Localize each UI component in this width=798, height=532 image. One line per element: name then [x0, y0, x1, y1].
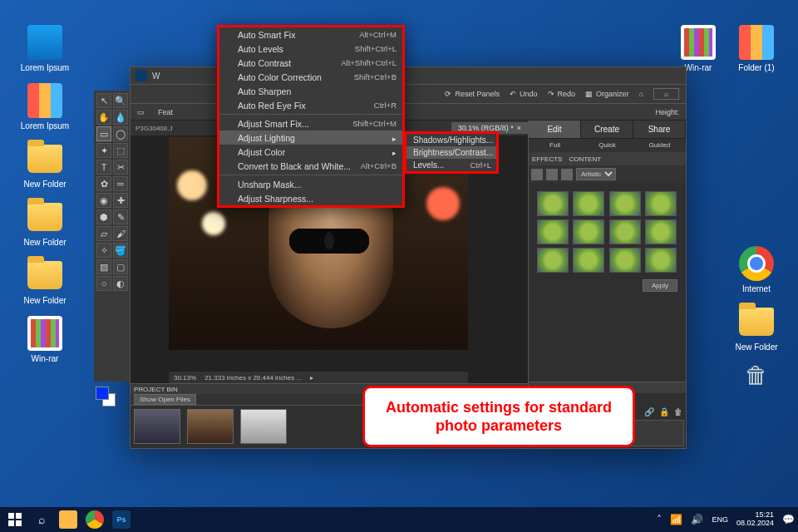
effect-thumbnail[interactable] [645, 219, 677, 244]
tab-create[interactable]: Create [581, 121, 633, 138]
menu-adjust-sharpness[interactable]: Adjust Sharpness... [219, 191, 402, 205]
notifications-icon[interactable]: 💬 [782, 514, 795, 525]
show-open-files-dropdown[interactable]: Show Open Files [134, 394, 196, 405]
organizer-button[interactable]: ▦Organizer [585, 90, 629, 98]
redeye-tool[interactable]: ◉ [96, 193, 111, 208]
desktop-icon-binders[interactable]: Folder (1) [732, 25, 781, 72]
submenu-shadows-highlights[interactable]: Shadows/Highlights... [406, 134, 496, 146]
effect-thumbnail[interactable] [609, 248, 641, 273]
menu-auto-sharpen[interactable]: Auto Sharpen [219, 84, 402, 98]
shape-tool[interactable]: ▢ [113, 259, 128, 274]
selection-tool[interactable]: ⬚ [113, 143, 128, 158]
type-tool[interactable]: T [96, 160, 111, 175]
info-arrow-icon[interactable]: ▸ [310, 374, 313, 382]
desktop-icon-folder[interactable]: New Folder [20, 258, 70, 305]
reset-panels-button[interactable]: ⟳Reset Panels [445, 90, 500, 98]
start-button[interactable] [3, 508, 27, 531]
bin-thumbnail[interactable] [240, 409, 287, 444]
eraser-tool[interactable]: ▱ [96, 226, 111, 241]
menu-auto-smart-fix[interactable]: Auto Smart FixAlt+Ctrl+M [219, 27, 402, 42]
gradient-tool[interactable]: ▨ [96, 259, 111, 274]
effect-thumbnail[interactable] [645, 191, 677, 216]
effect-thumbnail[interactable] [537, 248, 569, 273]
subtab-quick[interactable]: Quick [581, 139, 633, 152]
pencil-tool[interactable]: ✎ [113, 209, 128, 224]
wand-tool[interactable]: ✦ [96, 143, 111, 158]
bin-thumbnail[interactable] [187, 409, 234, 444]
foreground-color[interactable] [96, 387, 109, 400]
menu-adjust-smart-fix[interactable]: Adjust Smart Fix...Shift+Ctrl+M [219, 116, 402, 131]
menu-auto-color-correction[interactable]: Auto Color CorrectionShift+Ctrl+B [219, 70, 402, 84]
menu-adjust-lighting[interactable]: Adjust Lighting [219, 131, 402, 145]
tray-chevron-icon[interactable]: ˄ [657, 514, 662, 525]
undo-button[interactable]: ↶Undo [510, 90, 538, 98]
cookie-tool[interactable]: ✿ [96, 176, 111, 191]
desktop-icon-display[interactable]: Lorem Ipsum [20, 25, 70, 72]
tray-volume-icon[interactable]: 🔊 [691, 514, 703, 525]
hand-tool[interactable]: ✋ [96, 110, 111, 125]
effect-thumbnail[interactable] [645, 248, 677, 273]
desktop-icon-folder[interactable]: New Folder [20, 141, 70, 189]
bin-thumbnail[interactable] [134, 409, 180, 444]
heal-tool[interactable]: ✚ [113, 193, 128, 208]
menu-auto-levels[interactable]: Auto LevelsShift+Ctrl+L [219, 42, 402, 56]
fx-cat-button[interactable] [561, 169, 573, 180]
content-tab[interactable]: CONTENT [569, 155, 601, 163]
tab-edit[interactable]: Edit [529, 121, 581, 138]
apply-button[interactable]: Apply [643, 279, 677, 292]
effect-thumbnail[interactable] [537, 219, 569, 244]
zoom-tool[interactable]: 🔍 [113, 93, 128, 108]
eyedropper-tool[interactable]: 💧 [113, 110, 128, 125]
subtab-full[interactable]: Full [529, 139, 581, 152]
color-swatches[interactable] [96, 387, 116, 406]
brush-tool[interactable]: 🖌 [113, 226, 128, 241]
fill-tool[interactable]: 🪣 [113, 243, 128, 258]
desktop-icon-folder[interactable]: New Folder [20, 200, 70, 247]
effects-filter-select[interactable]: Artistic [576, 168, 616, 180]
desktop-icon-winrar[interactable]: Win-rar [20, 316, 70, 363]
tray-language[interactable]: ENG [712, 515, 728, 524]
fx-cat-button[interactable] [546, 169, 558, 180]
trash-icon[interactable]: 🗑 [674, 407, 682, 416]
search-button[interactable]: ⌕ [30, 508, 53, 531]
effect-thumbnail[interactable] [609, 191, 641, 216]
effects-tab[interactable]: EFFECTS [532, 155, 562, 163]
lock-icon[interactable]: 🔒 [659, 407, 669, 416]
smartbrush-tool[interactable]: ✧ [96, 243, 111, 258]
taskbar-app-explorer[interactable] [57, 508, 80, 531]
submenu-levels[interactable]: Levels...Ctrl+L [406, 159, 496, 171]
home-icon[interactable]: ⌂ [639, 90, 643, 98]
taskbar-app-chrome[interactable] [83, 508, 106, 531]
menu-auto-red-eye-fix[interactable]: Auto Red Eye FixCtrl+R [219, 98, 402, 112]
effect-thumbnail[interactable] [573, 248, 604, 273]
taskbar-app-photoshop[interactable]: Ps [110, 508, 133, 531]
crop-tool[interactable]: ✂ [113, 160, 128, 175]
desktop-icon-winrar[interactable]: Win-rar [673, 25, 723, 72]
menu-convert-bw[interactable]: Convert to Black and White...Alt+Ctrl+B [219, 159, 402, 173]
search-icon[interactable]: ⌕ [653, 88, 679, 100]
effect-thumbnail[interactable] [573, 191, 604, 216]
menu-adjust-color[interactable]: Adjust Color [219, 145, 402, 159]
close-icon[interactable]: × [517, 124, 521, 132]
redo-button[interactable]: ↷Redo [548, 90, 576, 98]
fx-cat-button[interactable] [531, 169, 543, 180]
effect-thumbnail[interactable] [573, 219, 604, 244]
menu-unsharp-mask[interactable]: Unsharp Mask... [219, 177, 402, 191]
straighten-tool[interactable]: ═ [113, 176, 128, 191]
link-icon[interactable]: 🔗 [644, 407, 654, 416]
desktop-icon-trash[interactable]: 🗑 [732, 357, 781, 396]
taskbar-clock[interactable]: 15:21 08.02.2024 [736, 511, 774, 528]
desktop-icon-internet[interactable]: Internet [732, 246, 781, 293]
marquee-tool[interactable]: ▭ [96, 126, 111, 141]
submenu-brightness-contrast[interactable]: Brightness/Contrast... [406, 146, 496, 159]
blur-tool[interactable]: ○ [96, 276, 111, 291]
stamp-tool[interactable]: ⬢ [96, 209, 111, 224]
subtab-guided[interactable]: Guided [633, 139, 686, 152]
desktop-icon-folder[interactable]: New Folder [732, 304, 781, 352]
desktop-icon-binders[interactable]: Lorem Ipsum [20, 83, 70, 131]
effect-thumbnail[interactable] [609, 219, 641, 244]
tab-share[interactable]: Share [633, 121, 686, 138]
lasso-tool[interactable]: ◯ [113, 126, 128, 141]
move-tool[interactable]: ↖ [96, 93, 111, 108]
menu-auto-contrast[interactable]: Auto ContrastAlt+Shift+Ctrl+L [219, 56, 402, 70]
